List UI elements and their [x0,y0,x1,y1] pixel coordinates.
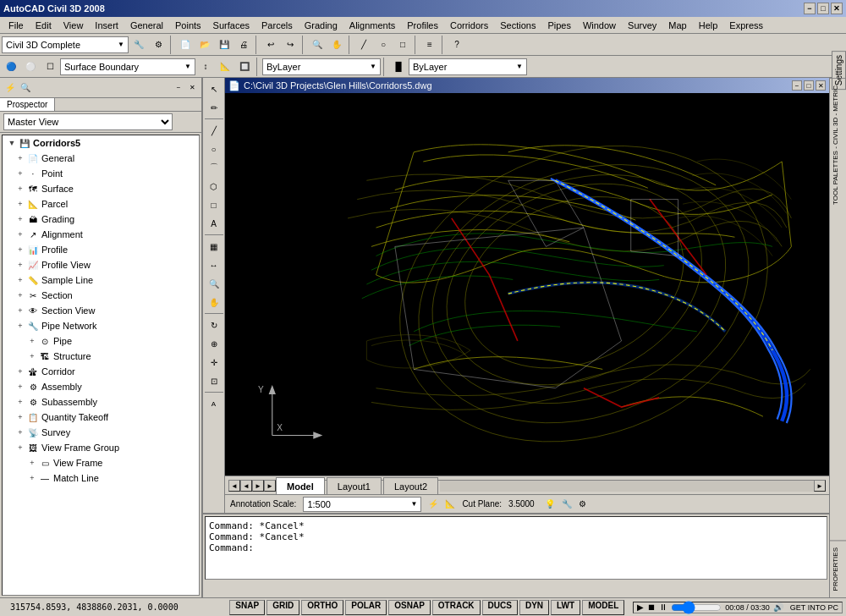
tab-layout1[interactable]: Layout1 [327,477,382,494]
tree-root[interactable]: ▼ 💾 Corridors5 [3,135,199,151]
tree-item-survey[interactable]: + 📡 Survey [3,425,199,440]
ortho-btn[interactable]: ORTHO [301,600,343,615]
tree-item-general[interactable]: + 📄 General [3,151,199,166]
expander-17[interactable]: + [14,411,26,423]
menu-item-pipes[interactable]: Pipes [542,19,576,32]
grid-btn[interactable]: GRID [266,600,299,615]
tb-icon-6[interactable]: 🔲 [235,58,254,76]
vt-dim[interactable]: ↔ [205,256,223,274]
vt-coord[interactable]: ✛ [205,353,223,371]
menu-item-file[interactable]: File [3,19,29,32]
command-line[interactable]: Command: *Cancel* Command: *Cancel* Comm… [205,516,827,580]
tree-item-profile-view[interactable]: + 📈 Profile View [3,257,199,272]
tb-btn-1[interactable]: 🔧 [129,36,148,54]
cad-canvas[interactable]: X Y [225,93,829,476]
cut-plane-icon-1[interactable]: 💡 [545,499,555,509]
expander-1[interactable]: + [14,168,26,179]
expander-4[interactable]: + [14,213,26,225]
expander-10[interactable]: + [14,305,26,316]
dw-close[interactable]: ✕ [816,80,826,91]
vt-zoom[interactable]: 🔍 [205,274,223,293]
tree-item-pipe[interactable]: + ⊙ Pipe [3,333,199,349]
tree-item-pipe-network[interactable]: + 🔧 Pipe Network [3,318,199,333]
panel-icon-2[interactable]: 🔍 [19,81,32,95]
surface-dropdown[interactable]: Surface Boundary [60,58,195,75]
expander-0[interactable]: + [14,152,26,164]
expander-9[interactable]: + [14,289,26,301]
polar-btn[interactable]: POLAR [345,600,387,615]
vt-erase[interactable]: ✏ [205,98,223,117]
model-btn[interactable]: MODEL [582,600,624,615]
tb-icon-4[interactable]: ↕ [196,58,215,76]
panel-icon-1[interactable]: ⚡ [3,81,17,95]
tree-item-sample-line[interactable]: + 📏 Sample Line [3,272,199,288]
new-btn[interactable]: 📄 [176,36,195,54]
expander-5[interactable]: + [14,228,26,240]
menu-item-general[interactable]: General [125,19,168,32]
line-btn[interactable]: ╱ [354,36,373,54]
expander-14[interactable]: + [14,366,26,377]
expander-19[interactable]: + [14,442,26,454]
menu-item-grading[interactable]: Grading [299,19,343,32]
tab-model[interactable]: Model [276,477,325,494]
tree-item-surface[interactable]: + 🗺 Surface [3,181,199,196]
otrack-btn[interactable]: OTRACK [432,600,481,615]
vt-line[interactable]: ╱ [205,121,223,140]
expander-8[interactable]: + [14,274,26,286]
minimize-button[interactable]: − [804,3,816,14]
maximize-button[interactable]: □ [817,3,829,14]
pause-btn[interactable]: ⏸ [659,602,667,612]
color-btn[interactable]: █ [389,58,408,76]
undo-btn[interactable]: ↩ [261,36,280,54]
expander-20[interactable]: + [26,457,38,469]
expander-18[interactable]: + [14,426,26,438]
circle-btn[interactable]: ○ [374,36,393,54]
vt-circle[interactable]: ○ [205,140,223,158]
tree-item-view-frame[interactable]: + ▭ View Frame [3,455,199,470]
scale-icon-1[interactable]: ⚡ [428,499,438,509]
tree-item-section[interactable]: + ✂ Section [3,288,199,303]
scroll-left[interactable]: ◄ [228,480,240,492]
redo-btn[interactable]: ↪ [281,36,299,54]
menu-item-window[interactable]: Window [578,19,621,32]
menu-item-survey[interactable]: Survey [623,19,662,32]
properties-tab[interactable]: PROPERTIES [830,540,846,597]
scroll-next[interactable]: ► [252,480,264,492]
vt-text[interactable]: A [205,214,223,233]
master-view-select[interactable]: Master View [3,113,173,130]
tree-item-match-line[interactable]: + — Match Line [3,470,199,486]
expander-13[interactable]: + [26,350,38,362]
vt-hatch[interactable]: ▦ [205,237,223,256]
ducs-btn[interactable]: DUCS [482,600,518,615]
surface-icon[interactable]: 🔵 [2,58,20,76]
tab-layout2[interactable]: Layout2 [383,477,438,494]
dw-minimize[interactable]: − [792,80,802,91]
menu-item-express[interactable]: Express [724,19,768,32]
open-btn[interactable]: 📂 [195,36,214,54]
save-btn[interactable]: 💾 [215,36,233,54]
annotation-scale-dropdown[interactable]: 1:500 [303,497,421,512]
menu-item-map[interactable]: Map [663,19,691,32]
tree-item-parcel[interactable]: + 📐 Parcel [3,196,199,212]
expander-11[interactable]: + [14,320,26,332]
hscroll-right[interactable]: ► [814,480,826,492]
play-btn[interactable]: ▶ [637,602,644,612]
tree-item-grading[interactable]: + 🏔 Grading [3,212,199,227]
vt-select[interactable]: ↖ [205,80,223,98]
close-button[interactable]: ✕ [831,3,843,14]
expander-6[interactable]: + [14,244,26,256]
menu-item-alignments[interactable]: Alignments [344,19,400,32]
menu-item-surfaces[interactable]: Surfaces [208,19,255,32]
scroll-prev[interactable]: ◄ [240,480,252,492]
menu-item-help[interactable]: Help [694,19,723,32]
menu-item-view[interactable]: View [58,19,89,32]
volume-icon[interactable]: 🔊 [773,602,783,612]
workspace-dropdown[interactable]: Civil 3D Complete [2,36,129,53]
tree-item-point[interactable]: + · Point [3,166,199,181]
dyn-btn[interactable]: DYN [519,600,549,615]
tb-icon-5[interactable]: 📐 [216,58,234,76]
panel-minimize[interactable]: − [173,82,184,94]
scroll-right[interactable]: ► [264,480,276,492]
vt-nav[interactable]: ⊕ [205,334,223,353]
osnap-btn[interactable]: OSNAP [388,600,431,615]
